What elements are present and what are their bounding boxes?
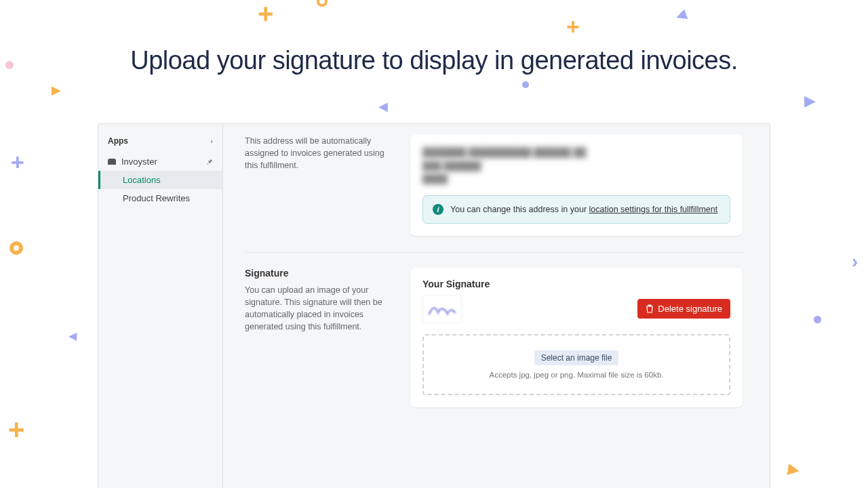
- sidebar-header[interactable]: Apps ›: [98, 134, 222, 152]
- info-banner: i You can change this address in your lo…: [422, 195, 730, 224]
- triangle-icon: ▶: [804, 92, 816, 110]
- chevron-icon: ›: [852, 251, 858, 272]
- delete-label: Delete signature: [658, 304, 722, 314]
- page-headline: Upload your signature to display in gene…: [0, 0, 868, 75]
- address-line: ███████ ██████████ ██████ ██: [422, 146, 730, 159]
- dot-icon: [814, 316, 821, 323]
- triangle-icon: ▶: [787, 460, 801, 480]
- delete-signature-button[interactable]: Delete signature: [637, 299, 730, 319]
- dot-icon: [5, 61, 14, 69]
- sidebar-item-invoyster[interactable]: Invoyster 📌︎: [98, 152, 222, 171]
- info-icon: i: [433, 204, 443, 215]
- plus-icon: +: [258, 0, 273, 29]
- signature-title: Signature: [245, 268, 389, 279]
- address-line: ███ ██████: [422, 159, 730, 173]
- chevron-right-icon: ›: [210, 137, 213, 145]
- plus-icon: +: [566, 14, 580, 40]
- trash-icon: [646, 304, 654, 313]
- address-card: ███████ ██████████ ██████ ██ ███ ██████ …: [410, 135, 743, 236]
- dot-icon: [522, 81, 529, 88]
- signature-card-title: Your Signature: [422, 279, 730, 289]
- sidebar: Apps › Invoyster 📌︎ Locations Product Re…: [98, 124, 223, 488]
- signature-desc: You can upload an image of your signatur…: [245, 284, 389, 333]
- sidebar-item-label: Invoyster: [121, 157, 157, 167]
- content-area: This address will be automatically assig…: [223, 124, 770, 488]
- sidebar-item-locations[interactable]: Locations: [98, 171, 222, 189]
- signature-section: Signature You can upload an image of you…: [245, 268, 743, 424]
- upload-hint: Accepts jpg, jpeg or png. Maximal file s…: [431, 371, 722, 379]
- address-line: ████: [422, 172, 730, 186]
- upload-dropzone[interactable]: Select an image file Accepts jpg, jpeg o…: [422, 334, 730, 395]
- select-file-button[interactable]: Select an image file: [534, 350, 619, 365]
- sidebar-item-label: Product Rewrites: [123, 193, 190, 203]
- app-window: Apps › Invoyster 📌︎ Locations Product Re…: [98, 123, 770, 488]
- plus-icon: +: [8, 413, 25, 446]
- location-settings-link[interactable]: location settings for this fullfillment: [589, 205, 718, 214]
- sidebar-item-label: Locations: [123, 175, 161, 185]
- address-desc: This address will be automatically assig…: [245, 135, 389, 171]
- info-text: You can change this address in your loca…: [450, 205, 717, 214]
- signature-thumbnail: [422, 295, 462, 323]
- ring-icon: [9, 241, 23, 255]
- app-icon: [108, 159, 116, 165]
- sidebar-item-product-rewrites[interactable]: Product Rewrites: [98, 189, 222, 207]
- signature-card: Your Signature Delete signature Select a…: [410, 268, 743, 407]
- pin-icon[interactable]: 📌︎: [205, 158, 213, 166]
- triangle-icon: ▶: [52, 83, 61, 98]
- triangle-icon: ◀: [378, 99, 388, 114]
- address-section: This address will be automatically assig…: [245, 135, 743, 252]
- sidebar-header-label: Apps: [108, 136, 128, 146]
- divider: [245, 252, 743, 253]
- triangle-icon: ◀: [68, 329, 77, 342]
- plus-icon: +: [11, 149, 24, 176]
